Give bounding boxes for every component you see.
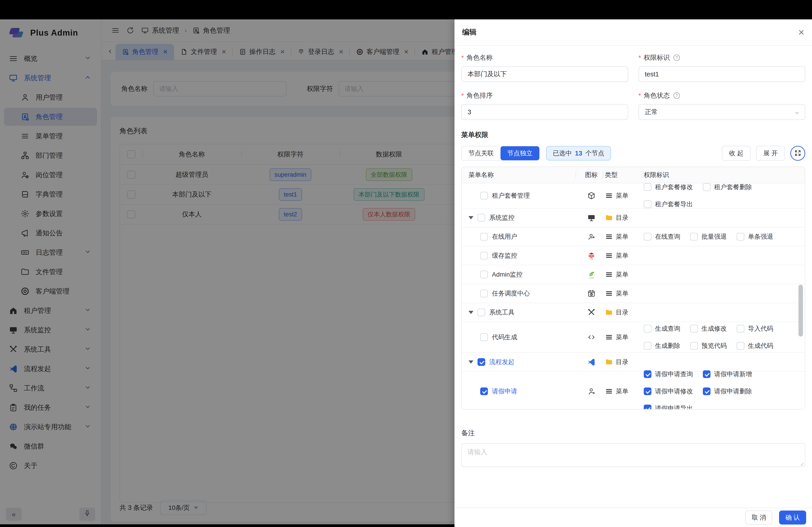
perm-checkbox[interactable] bbox=[644, 405, 651, 409]
folder-filled-icon bbox=[605, 358, 613, 366]
tools-icon bbox=[587, 308, 596, 317]
tree-row: 代码生成 菜单 生成查询生成修改导入代码生成删除预览代码生成代码 bbox=[462, 322, 805, 353]
tree-node-label: 请假申请 bbox=[492, 387, 517, 395]
perm-option[interactable]: 预览代码 bbox=[690, 342, 727, 350]
tree-node-label: 缓存监控 bbox=[492, 251, 517, 260]
menu-perm-label: 菜单权限 bbox=[461, 130, 805, 139]
perm-checkbox[interactable] bbox=[690, 233, 698, 241]
leave-user-icon bbox=[587, 387, 596, 395]
tree-node-checkbox[interactable] bbox=[480, 271, 488, 278]
perm-checkbox[interactable] bbox=[644, 183, 651, 191]
role-status-select[interactable] bbox=[639, 104, 806, 120]
menu-lines-icon bbox=[605, 192, 613, 200]
perm-checkbox[interactable] bbox=[644, 325, 651, 332]
perm-checkbox[interactable] bbox=[644, 200, 651, 208]
fullscreen-button[interactable] bbox=[791, 146, 805, 161]
perm-option[interactable]: 请假申请导出 bbox=[644, 404, 693, 409]
perm-checkbox[interactable] bbox=[703, 370, 710, 378]
required-asterisk: * bbox=[461, 54, 464, 62]
monitor-filled-icon bbox=[587, 213, 596, 222]
tree-row: 请假申请 菜单 请假申请查询请假申请新增请假申请修改请假申请删除请假申请导出 bbox=[462, 372, 805, 409]
tree-node-checkbox[interactable] bbox=[478, 358, 485, 366]
expand-triangle-icon[interactable] bbox=[468, 360, 474, 364]
perm-option[interactable]: 生成删除 bbox=[644, 342, 680, 350]
cancel-button[interactable]: 取 消 bbox=[745, 511, 772, 525]
tree-node-label: 任务调度中心 bbox=[492, 289, 530, 298]
package-icon bbox=[587, 191, 596, 200]
perm-option[interactable]: 批量强退 bbox=[690, 232, 727, 241]
perm-checkbox[interactable] bbox=[737, 325, 744, 332]
perm-checkbox[interactable] bbox=[737, 233, 744, 241]
perm-option[interactable]: 租户套餐删除 bbox=[703, 183, 752, 191]
selected-count: 13 bbox=[575, 150, 582, 157]
svg-text:redis: redis bbox=[590, 258, 593, 260]
tree-row: 任务调度中心 菜单 bbox=[462, 284, 805, 303]
perm-checkbox[interactable] bbox=[644, 388, 651, 395]
perm-checkbox[interactable] bbox=[690, 342, 698, 350]
node-mode-option[interactable]: 节点独立 bbox=[501, 146, 539, 160]
role-name-input[interactable] bbox=[461, 66, 628, 82]
perm-option[interactable]: 请假申请修改 bbox=[644, 387, 693, 395]
field-role-name: *角色名称 bbox=[461, 53, 628, 82]
perm-checkbox[interactable] bbox=[737, 342, 744, 350]
perm-option[interactable]: 单条强退 bbox=[737, 232, 773, 241]
tree-row: 缓存监控 redis 菜单 bbox=[462, 246, 805, 265]
tree-node-label: Admin监控 bbox=[492, 270, 522, 279]
folder-filled-icon bbox=[605, 214, 613, 222]
tree-node-checkbox[interactable] bbox=[478, 214, 485, 222]
tree-row: 租户套餐管理 菜单 租户套餐修改租户套餐删除租户套餐导出 bbox=[462, 183, 805, 209]
role-sort-input[interactable] bbox=[461, 104, 628, 120]
menu-lines-icon bbox=[605, 252, 613, 260]
tree-node-checkbox[interactable] bbox=[480, 333, 488, 341]
perm-checkbox[interactable] bbox=[644, 233, 651, 241]
tree-node-checkbox[interactable] bbox=[478, 308, 485, 316]
required-asterisk: * bbox=[639, 54, 641, 62]
perm-option[interactable]: 租户套餐修改 bbox=[644, 183, 693, 191]
close-icon[interactable]: × bbox=[798, 27, 804, 37]
expand-triangle-icon[interactable] bbox=[468, 311, 474, 314]
perm-flag-input[interactable] bbox=[639, 66, 806, 82]
remark-label: 备注 bbox=[461, 428, 805, 438]
tree-node-checkbox[interactable] bbox=[480, 233, 488, 241]
menu-lines-icon bbox=[605, 333, 613, 341]
selected-count-badge: 已选中 13 个节点 bbox=[546, 146, 611, 161]
help-icon[interactable]: ? bbox=[673, 55, 680, 61]
redis-icon: redis bbox=[587, 251, 596, 260]
perm-option[interactable]: 在线查询 bbox=[644, 232, 680, 241]
confirm-button[interactable]: 确 认 bbox=[779, 511, 806, 525]
tree-node-checkbox[interactable] bbox=[480, 192, 488, 199]
perm-option[interactable]: 请假申请新增 bbox=[703, 370, 752, 378]
perm-option[interactable]: 生成代码 bbox=[737, 342, 773, 350]
tree-node-label: 租户套餐管理 bbox=[492, 191, 530, 200]
perm-checkbox[interactable] bbox=[703, 388, 710, 395]
remark-textarea[interactable] bbox=[461, 443, 805, 467]
tree-row: 在线用户 菜单 在线查询批量强退单条强退 bbox=[462, 227, 805, 246]
node-mode-option[interactable]: 节点关联 bbox=[462, 146, 501, 160]
scrollbar-thumb[interactable] bbox=[798, 285, 803, 336]
code-icon bbox=[587, 333, 596, 342]
tree-row: 系统工具 目录 bbox=[462, 303, 805, 322]
perm-checkbox[interactable] bbox=[644, 342, 651, 350]
perm-option[interactable]: 请假申请删除 bbox=[703, 387, 752, 395]
perm-checkbox[interactable] bbox=[644, 370, 651, 378]
perm-checkbox[interactable] bbox=[690, 325, 698, 332]
expand-triangle-icon[interactable] bbox=[468, 216, 474, 219]
perm-option[interactable]: 请假申请查询 bbox=[644, 370, 693, 378]
perm-option[interactable]: 生成修改 bbox=[690, 325, 727, 333]
collapse-all-button[interactable]: 收 起 bbox=[722, 146, 751, 161]
field-role-status: *角色状态? bbox=[639, 91, 806, 120]
tree-scrollbar[interactable] bbox=[798, 168, 803, 408]
menu-lines-icon bbox=[605, 289, 613, 298]
required-asterisk: * bbox=[639, 92, 641, 100]
field-perm-flag: *权限标识? bbox=[639, 53, 806, 82]
tree-node-checkbox[interactable] bbox=[480, 388, 488, 395]
perm-option[interactable]: 导入代码 bbox=[737, 325, 773, 333]
perm-option[interactable]: 租户套餐导出 bbox=[644, 200, 693, 209]
tree-node-checkbox[interactable] bbox=[480, 290, 488, 297]
help-icon[interactable]: ? bbox=[673, 92, 680, 99]
edit-drawer: 编辑 × *角色名称 *权限标识? *角色排序 *角色状态? bbox=[454, 19, 812, 527]
perm-option[interactable]: 生成查询 bbox=[644, 325, 680, 333]
expand-all-button[interactable]: 展 开 bbox=[756, 146, 785, 161]
perm-checkbox[interactable] bbox=[703, 183, 710, 191]
tree-node-checkbox[interactable] bbox=[480, 252, 488, 259]
